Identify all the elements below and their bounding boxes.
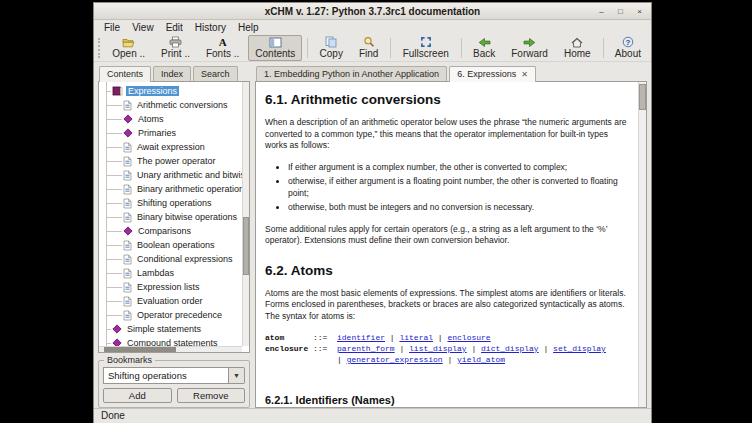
section-heading-6-2: 6.2. Atoms: [265, 263, 630, 279]
add-bookmark-button[interactable]: Add: [103, 388, 172, 403]
grammar-text: ::=: [308, 344, 337, 353]
remove-bookmark-button[interactable]: Remove: [177, 388, 246, 403]
contents-panel-icon: [269, 37, 282, 48]
tree-vertical-scrollbar[interactable]: [242, 82, 249, 346]
tree-item-expressions[interactable]: Expressions: [99, 84, 242, 98]
title-bar[interactable]: xCHM v. 1.27: Python 3.7.3rc1 documentat…: [94, 3, 651, 20]
tree-connector: [106, 175, 122, 176]
page-icon: [123, 100, 132, 111]
toolbar-button-label: Forward: [511, 48, 548, 59]
tree-item-evaluation-order[interactable]: Evaluation order: [99, 294, 242, 308]
tree-connector: [106, 133, 122, 134]
document-scrollbar[interactable]: [638, 82, 646, 407]
tree-item-comparisons[interactable]: Comparisons: [99, 224, 242, 238]
toolbar-button-contents[interactable]: Contents: [248, 35, 302, 61]
toolbar: Open ..Print ..AFonts ..ContentsCopyFind…: [94, 34, 651, 62]
bullet-item: otherwise, if either argument is a float…: [288, 176, 630, 199]
sidebar-tab-contents[interactable]: Contents: [99, 66, 151, 82]
menu-item-file[interactable]: File: [98, 22, 126, 33]
grammar-text: |: [265, 355, 347, 364]
tree-item-label: Atoms: [136, 114, 166, 124]
tree-item-binary-arithmetic-operation[interactable]: Binary arithmetic operation: [99, 182, 242, 196]
tree-item-lambdas[interactable]: Lambdas: [99, 266, 242, 280]
document-tab-6-expressions[interactable]: 6. Expressions✕: [449, 66, 536, 82]
sidebar-tab-search[interactable]: Search: [193, 66, 238, 81]
grammar-link-generator-expression[interactable]: generator_expression: [347, 355, 443, 364]
tree-item-conditional-expressions[interactable]: Conditional expressions: [99, 252, 242, 266]
tree-connector: [106, 217, 122, 218]
tree-hscroll-thumb[interactable]: [104, 347, 176, 352]
toolbar-button-fullscreen[interactable]: Fullscreen: [396, 35, 456, 61]
tree-item-label: Boolean operations: [135, 240, 217, 250]
tree-item-label: Expression lists: [135, 282, 202, 292]
menu-item-help[interactable]: Help: [232, 22, 265, 33]
document-scroll-thumb[interactable]: [639, 84, 646, 110]
tree-item-expression-lists[interactable]: Expression lists: [99, 280, 242, 294]
toolbar-button-label: Copy: [320, 48, 343, 59]
tree-vscroll-thumb[interactable]: [243, 217, 249, 275]
grammar-link-yield-atom[interactable]: yield_atom: [457, 355, 505, 364]
tree-item-label: Evaluation order: [135, 296, 205, 306]
tree-item-compound-statements[interactable]: Compound statements: [99, 336, 242, 346]
tree-item-arithmetic-conversions[interactable]: Arithmetic conversions: [99, 98, 242, 112]
sidebar-tab-index[interactable]: Index: [153, 66, 191, 81]
toolbar-button-fonts[interactable]: AFonts ..: [199, 35, 246, 61]
paragraph: Some additional rules apply for certain …: [265, 224, 630, 247]
close-icon[interactable]: ×: [634, 6, 645, 17]
toolbar-button-open[interactable]: Open ..: [105, 35, 152, 61]
tree-connector: [106, 189, 122, 190]
tree-item-simple-statements[interactable]: Simple statements: [99, 322, 242, 336]
grammar-link-parenth-form[interactable]: parenth_form: [337, 344, 395, 353]
grammar-link-list-display[interactable]: list_display: [409, 344, 467, 353]
close-tab-icon[interactable]: ✕: [521, 70, 528, 79]
paragraph: When a description of an arithmetic oper…: [265, 117, 630, 152]
grammar-link-set-display[interactable]: set_display: [553, 344, 606, 353]
tree-item-label: Simple statements: [125, 324, 203, 334]
open-folder-icon: [122, 37, 135, 48]
tree-item-label: Operator precedence: [135, 310, 224, 320]
bookmark-selected-value[interactable]: Shifting operations: [103, 367, 229, 384]
tree-connector: [106, 203, 122, 204]
tree-horizontal-scrollbar[interactable]: [99, 346, 242, 352]
maximize-icon[interactable]: □: [615, 6, 626, 17]
bullet-item: If either argument is a complex number, …: [288, 162, 630, 174]
printer-icon: [169, 36, 182, 48]
tree-item-atoms[interactable]: Atoms: [99, 112, 242, 126]
tree-item-binary-bitwise-operations[interactable]: Binary bitwise operations: [99, 210, 242, 224]
tree-item-operator-precedence[interactable]: Operator precedence: [99, 308, 242, 322]
tree-connector: [106, 161, 122, 162]
tree-item-the-power-operator[interactable]: The power operator: [99, 154, 242, 168]
grammar-link-literal[interactable]: literal: [399, 333, 433, 342]
menu-item-edit[interactable]: Edit: [160, 22, 189, 33]
bookmarks-label: Bookmarks: [104, 355, 155, 365]
minimize-icon[interactable]: –: [596, 6, 607, 17]
tree-item-unary-arithmetic-and-bitwis[interactable]: Unary arithmetic and bitwis: [99, 168, 242, 182]
page-icon: [123, 254, 132, 265]
menu-item-history[interactable]: History: [189, 22, 232, 33]
grammar-link-identifier[interactable]: identifier: [337, 333, 385, 342]
grammar-link-dict-display[interactable]: dict_display: [481, 344, 539, 353]
grammar-text: |: [443, 355, 457, 364]
tree-item-boolean-operations[interactable]: Boolean operations: [99, 238, 242, 252]
section-heading-6-1: 6.1. Arithmetic conversions: [265, 92, 630, 108]
bookmark-combobox[interactable]: Shifting operations ▼: [103, 367, 245, 384]
toolbar-button-back[interactable]: Back: [466, 35, 502, 61]
tree-connector: [106, 91, 111, 92]
chevron-down-icon[interactable]: ▼: [229, 367, 245, 384]
toolbar-button-copy[interactable]: Copy: [313, 35, 350, 61]
tree-item-primaries[interactable]: Primaries: [99, 126, 242, 140]
tree-item-shifting-operations[interactable]: Shifting operations: [99, 196, 242, 210]
page-icon: [123, 142, 132, 153]
toolbar-button-print[interactable]: Print ..: [154, 35, 197, 61]
toolbar-button-forward[interactable]: Forward: [504, 35, 555, 61]
tree-connector: [106, 147, 122, 148]
main-area: ContentsIndexSearch ExpressionsArithmeti…: [94, 62, 651, 408]
toolbar-button-find[interactable]: Find: [352, 35, 385, 61]
grammar-link-enclosure[interactable]: enclosure: [447, 333, 490, 342]
toolbar-gripper[interactable]: [98, 38, 100, 58]
document-tab-1-embedding-python-in-another-application[interactable]: 1. Embedding Python in Another Applicati…: [256, 66, 447, 81]
toolbar-button-about[interactable]: ?About: [608, 35, 648, 61]
toolbar-button-home[interactable]: Home: [557, 35, 598, 61]
tree-item-await-expression[interactable]: Await expression: [99, 140, 242, 154]
menu-item-view[interactable]: View: [126, 22, 160, 33]
